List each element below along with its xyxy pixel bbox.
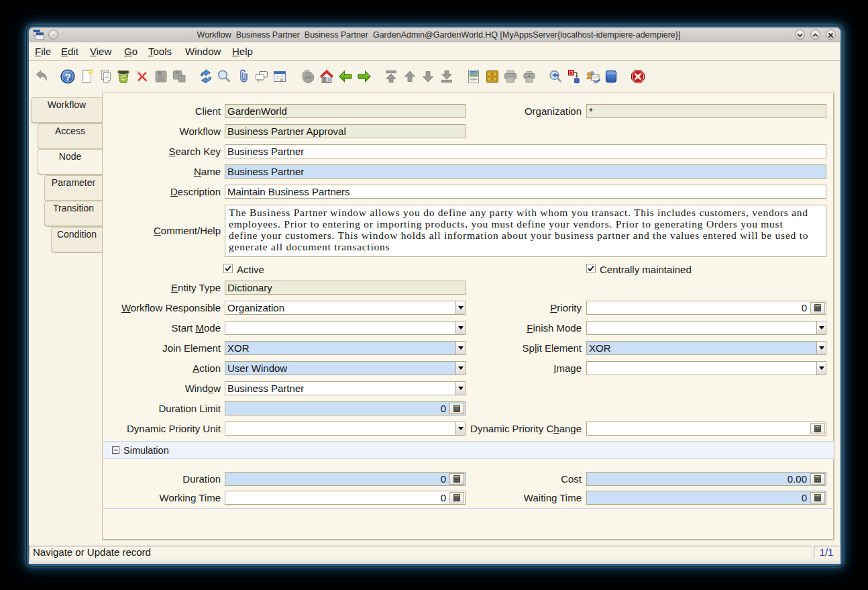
svg-text:?: ?	[65, 71, 71, 83]
